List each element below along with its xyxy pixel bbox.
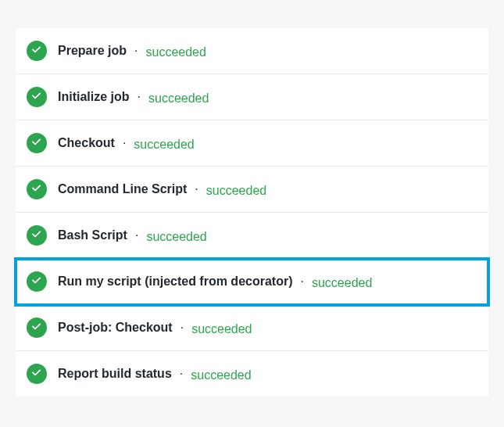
pipeline-steps-list: Prepare job · succeeded Initialize job ·…	[16, 28, 488, 396]
step-name: Post-job: Checkout	[58, 321, 173, 335]
step-row[interactable]: Initialize job · succeeded	[16, 74, 488, 120]
separator: ·	[134, 44, 138, 58]
status-badge: succeeded	[145, 45, 206, 59]
step-row[interactable]: Report build status · succeeded	[16, 351, 488, 396]
step-row[interactable]: Post-job: Checkout · succeeded	[16, 305, 488, 351]
success-icon	[27, 318, 47, 338]
success-icon	[27, 364, 47, 384]
status-badge: succeeded	[191, 368, 251, 382]
success-icon	[27, 225, 47, 246]
status-badge: succeeded	[148, 92, 209, 106]
step-name: Initialize job	[58, 90, 130, 104]
step-row[interactable]: Command Line Script · succeeded	[16, 167, 488, 213]
status-badge: succeeded	[312, 276, 372, 290]
separator: ·	[180, 367, 183, 381]
step-row[interactable]: Checkout · succeeded	[16, 120, 488, 167]
separator: ·	[181, 321, 184, 335]
status-badge: succeeded	[134, 138, 194, 152]
step-row[interactable]: Bash Script · succeeded	[16, 213, 488, 259]
separator: ·	[123, 136, 126, 150]
step-name: Prepare job	[58, 44, 127, 58]
separator: ·	[301, 274, 304, 289]
success-icon	[27, 87, 47, 107]
step-name: Run my script (injected from decorator)	[58, 274, 293, 289]
separator: ·	[138, 90, 141, 104]
success-icon	[27, 133, 47, 153]
step-row-highlighted[interactable]: Run my script (injected from decorator) …	[16, 259, 488, 305]
step-name: Checkout	[58, 136, 115, 150]
step-name: Bash Script	[58, 228, 127, 242]
separator: ·	[135, 228, 138, 242]
success-icon	[27, 179, 47, 199]
separator: ·	[195, 182, 198, 196]
step-row[interactable]: Prepare job · succeeded	[16, 28, 488, 74]
success-icon	[27, 271, 47, 292]
success-icon	[27, 41, 47, 61]
step-name: Command Line Script	[58, 182, 187, 196]
status-badge: succeeded	[146, 230, 206, 244]
status-badge: succeeded	[206, 184, 266, 198]
step-name: Report build status	[58, 367, 172, 381]
status-badge: succeeded	[191, 322, 252, 336]
